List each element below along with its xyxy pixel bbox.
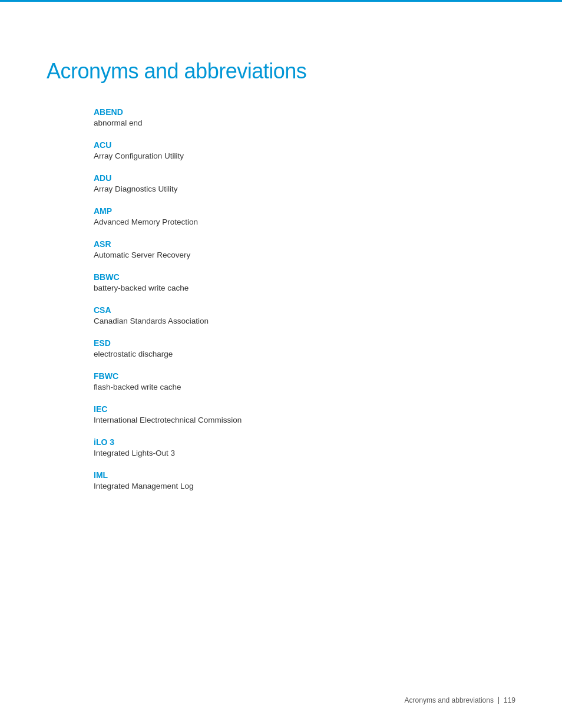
acronym-term: IEC: [94, 404, 515, 414]
acronym-term: ESD: [94, 338, 515, 348]
list-item: BBWCbattery-backed write cache: [94, 272, 515, 292]
acronym-definition: Automatic Server Recovery: [94, 251, 515, 259]
acronym-term: BBWC: [94, 272, 515, 282]
footer: Acronyms and abbreviations 119: [405, 696, 515, 704]
acronym-term: ABEND: [94, 107, 515, 117]
list-item: ABENDabnormal end: [94, 107, 515, 127]
acronym-definition: flash-backed write cache: [94, 383, 515, 391]
top-border: [0, 0, 562, 2]
page-title: Acronyms and abbreviations: [47, 59, 515, 84]
acronym-definition: battery-backed write cache: [94, 284, 515, 292]
acronym-term: AMP: [94, 206, 515, 216]
acronym-term: CSA: [94, 305, 515, 315]
acronym-definition: abnormal end: [94, 118, 515, 127]
acronym-term: ADU: [94, 173, 515, 183]
footer-page-number: 119: [504, 696, 515, 704]
acronym-definition: Integrated Lights-Out 3: [94, 449, 515, 457]
acronym-term: ASR: [94, 239, 515, 249]
acronyms-list: ABENDabnormal endACUArray Configuration …: [94, 107, 515, 490]
list-item: IECInternational Electrotechnical Commis…: [94, 404, 515, 424]
acronym-definition: Array Configuration Utility: [94, 151, 515, 160]
acronym-definition: Integrated Management Log: [94, 482, 515, 490]
list-item: CSACanadian Standards Association: [94, 305, 515, 325]
acronym-term: ACU: [94, 140, 515, 150]
list-item: AMPAdvanced Memory Protection: [94, 206, 515, 226]
footer-text: Acronyms and abbreviations: [405, 696, 494, 704]
page-container: Acronyms and abbreviations ABENDabnormal…: [0, 0, 562, 728]
acronym-term: iLO 3: [94, 437, 515, 447]
acronym-term: FBWC: [94, 371, 515, 381]
footer-separator: [498, 697, 499, 704]
acronym-term: IML: [94, 470, 515, 480]
acronym-definition: electrostatic discharge: [94, 350, 515, 358]
list-item: ASRAutomatic Server Recovery: [94, 239, 515, 259]
acronym-definition: Canadian Standards Association: [94, 317, 515, 325]
list-item: FBWCflash-backed write cache: [94, 371, 515, 391]
list-item: ADUArray Diagnostics Utility: [94, 173, 515, 193]
acronym-definition: International Electrotechnical Commissio…: [94, 416, 515, 424]
list-item: IMLIntegrated Management Log: [94, 470, 515, 490]
list-item: ACUArray Configuration Utility: [94, 140, 515, 160]
list-item: iLO 3Integrated Lights-Out 3: [94, 437, 515, 457]
acronym-definition: Array Diagnostics Utility: [94, 185, 515, 193]
acronym-definition: Advanced Memory Protection: [94, 218, 515, 226]
list-item: ESDelectrostatic discharge: [94, 338, 515, 358]
